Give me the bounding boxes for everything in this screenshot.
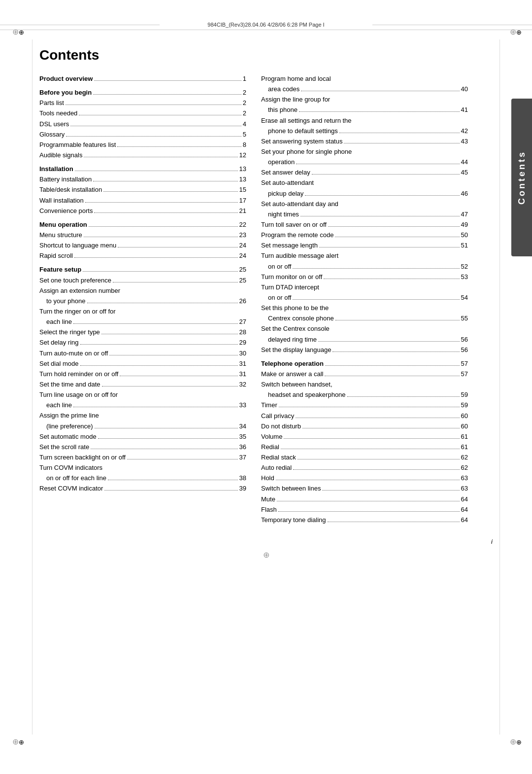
toc-page: 59 bbox=[461, 400, 468, 410]
toc-title: Auto redial bbox=[261, 463, 292, 473]
toc-entry: Set the time and date32 bbox=[39, 380, 246, 389]
toc-entry: Shortcut to language menu24 bbox=[39, 241, 246, 250]
toc-title: Do not disturb bbox=[261, 422, 301, 431]
toc-title: Reset COVM indicator bbox=[39, 484, 103, 493]
toc-dots bbox=[281, 449, 460, 449]
crosshair-top-right: ⊕ bbox=[510, 27, 520, 37]
toc-page: 15 bbox=[239, 185, 246, 195]
toc-title: Feature setup bbox=[39, 265, 81, 275]
toc-title: Select the ringer type bbox=[39, 327, 100, 337]
toc-title: Set this phone to be the bbox=[261, 303, 329, 313]
toc-page: 31 bbox=[239, 359, 246, 369]
toc-entry: Set auto-attendant day and bbox=[261, 199, 468, 209]
toc-title: DSL users bbox=[39, 119, 69, 129]
toc-entry: Set message length51 bbox=[261, 241, 468, 250]
toc-title: Erase all settings and return the bbox=[261, 116, 352, 126]
toc-title: Turn COVM indicators bbox=[39, 463, 102, 473]
toc-title: Make or answer a call bbox=[261, 369, 323, 379]
toc-entry: Audible signals12 bbox=[39, 150, 246, 160]
toc-section: Before you begin2Parts list2Tools needed… bbox=[39, 88, 246, 160]
toc-entry: this phone41 bbox=[261, 105, 468, 115]
toc-title: Program the remote code bbox=[261, 230, 333, 240]
toc-entry: Set dial mode31 bbox=[39, 359, 246, 369]
toc-title: area codes bbox=[268, 84, 299, 94]
toc-entry: Turn COVM indicators bbox=[39, 463, 246, 473]
toc-title: Turn screen backlight on or off bbox=[39, 453, 126, 462]
toc-entry: pickup delay46 bbox=[261, 189, 468, 199]
toc-entry: Hold63 bbox=[261, 473, 468, 483]
toc-entry: Do not disturb60 bbox=[261, 422, 468, 431]
toc-dots bbox=[75, 171, 238, 171]
crosshair-bottom-left: ⊕ bbox=[12, 737, 22, 747]
toc-page: 63 bbox=[461, 484, 468, 493]
toc-dots bbox=[301, 91, 459, 91]
toc-title: Hold bbox=[261, 473, 274, 483]
toc-entry: Menu operation22 bbox=[39, 220, 246, 230]
toc-title: Before you begin bbox=[39, 88, 92, 98]
toc-page: 40 bbox=[461, 84, 468, 94]
toc-title: Switch between handset, bbox=[261, 380, 332, 389]
toc-dots bbox=[80, 344, 238, 345]
toc-dots bbox=[339, 133, 460, 133]
toc-page: 57 bbox=[461, 369, 468, 379]
toc-entry: each line27 bbox=[39, 317, 246, 327]
toc-title: Tools needed bbox=[39, 108, 77, 118]
toc-title: on or off for each line bbox=[46, 473, 106, 483]
toc-dots bbox=[284, 438, 459, 439]
toc-page: 36 bbox=[239, 442, 246, 452]
toc-entry: Parts list2 bbox=[39, 98, 246, 108]
toc-entry: Set delay ring29 bbox=[39, 338, 246, 348]
toc-title: delayed ring time bbox=[268, 335, 317, 345]
toc-page: 12 bbox=[239, 150, 246, 160]
toc-entry: Before you begin2 bbox=[39, 88, 246, 98]
toc-page: 45 bbox=[461, 168, 468, 177]
toc-entry: Select the ringer type28 bbox=[39, 327, 246, 337]
toc-page: 23 bbox=[239, 230, 246, 240]
toc-page: 21 bbox=[239, 206, 246, 216]
toc-page: 61 bbox=[461, 432, 468, 442]
toc-dots bbox=[70, 126, 241, 126]
sidebar-tab-label: Contents bbox=[517, 150, 527, 205]
toc-entry: Make or answer a call57 bbox=[261, 369, 468, 379]
toc-title: Set the time and date bbox=[39, 380, 100, 389]
toc-entry: Auto redial62 bbox=[261, 463, 468, 473]
toc-title: Set auto-attendant day and bbox=[261, 199, 338, 209]
toc-title: Program home and local bbox=[261, 74, 331, 84]
toc-dots bbox=[293, 469, 459, 470]
toc-entry: Wall installation17 bbox=[39, 196, 246, 206]
toc-title: to your phone bbox=[46, 296, 86, 306]
toc-page: 54 bbox=[461, 293, 468, 303]
toc-entry: Set your phone for single phone bbox=[261, 147, 468, 157]
toc-page: 51 bbox=[461, 241, 468, 250]
toc-section: Program home and localarea codes40Assign… bbox=[261, 74, 468, 355]
toc-title: Set delay ring bbox=[39, 338, 79, 348]
toc-page: 55 bbox=[461, 314, 468, 323]
toc-dots bbox=[74, 257, 238, 258]
toc-title: Turn auto-mute on or off bbox=[39, 349, 108, 358]
toc-dots bbox=[89, 226, 238, 227]
toc-title: Parts list bbox=[39, 98, 64, 108]
toc-entry: to your phone26 bbox=[39, 296, 246, 306]
page-wrapper: 984CIB_(Rev3)28.04.06 4/28/06 6:28 PM Pa… bbox=[0, 0, 532, 774]
toc-dots bbox=[328, 226, 460, 227]
toc-entry: Turn auto-mute on or off30 bbox=[39, 349, 246, 358]
toc-dots bbox=[104, 490, 237, 491]
toc-dots bbox=[335, 320, 460, 320]
toc-page: 62 bbox=[461, 453, 468, 462]
toc-page: 29 bbox=[239, 338, 246, 348]
toc-dots bbox=[80, 365, 238, 366]
toc-page: 13 bbox=[239, 164, 246, 174]
toc-dots bbox=[83, 271, 237, 272]
toc-page: 38 bbox=[239, 473, 246, 483]
crosshair-bottom-right: ⊕ bbox=[510, 737, 520, 747]
toc-entry: Set automatic mode35 bbox=[39, 432, 246, 442]
toc-page: 2 bbox=[243, 108, 246, 118]
toc-page: 34 bbox=[239, 422, 246, 431]
toc-entry: Turn audible message alert bbox=[261, 251, 468, 261]
toc-entry: Set one touch preference25 bbox=[39, 276, 246, 285]
toc-title: Rapid scroll bbox=[39, 251, 73, 261]
toc-entry: Timer59 bbox=[261, 400, 468, 410]
toc-section: Menu operation22Menu structure23Shortcut… bbox=[39, 220, 246, 261]
toc-title: on or off bbox=[268, 293, 291, 303]
toc-entry: Set this phone to be the bbox=[261, 303, 468, 313]
